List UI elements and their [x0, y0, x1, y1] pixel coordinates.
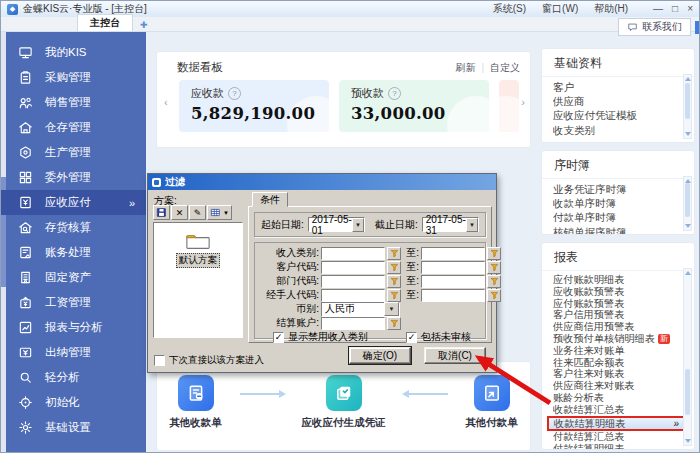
- carousel-next-icon[interactable]: ›: [521, 96, 525, 108]
- report-link[interactable]: 业务往来对账单: [553, 345, 678, 357]
- sidebar-item-gear[interactable]: 基础设置: [1, 415, 146, 440]
- save-scheme-button[interactable]: [153, 205, 170, 220]
- range-to-input[interactable]: [421, 275, 485, 288]
- lookup-button[interactable]: [387, 261, 401, 274]
- report-link[interactable]: 客户: [553, 80, 678, 94]
- contact-us-button[interactable]: 联系我们: [618, 18, 691, 36]
- include-unaudited-checkbox[interactable]: ✓包括未审核: [406, 330, 471, 344]
- flow-item-payment[interactable]: 其他付款单: [450, 375, 534, 430]
- lookup-button[interactable]: [487, 261, 501, 274]
- report-link[interactable]: 业务凭证序时簿: [553, 182, 678, 196]
- close-button[interactable]: ×: [687, 4, 693, 14]
- rename-scheme-button[interactable]: ✎: [189, 205, 206, 220]
- account-input[interactable]: [321, 317, 385, 330]
- refresh-button[interactable]: 刷新: [455, 61, 475, 75]
- report-link[interactable]: 供应商: [553, 94, 678, 108]
- range-from-input[interactable]: [321, 275, 385, 288]
- sidebar-item-ledger[interactable]: 账务处理: [1, 240, 146, 265]
- scroll-down-icon[interactable]: [685, 224, 691, 228]
- report-link[interactable]: 账龄分析表: [553, 392, 678, 404]
- tab-console[interactable]: 主控台: [77, 14, 133, 31]
- sidebar-item-stocksearch[interactable]: 存货核算: [1, 215, 146, 240]
- range-to-input[interactable]: [421, 289, 485, 302]
- scroll-up-icon[interactable]: [685, 271, 691, 275]
- sidebar-item-warehouse[interactable]: 仓存管理: [1, 115, 146, 140]
- sidebar-item-chart[interactable]: 报表与分析: [1, 315, 146, 340]
- maximize-button[interactable]: □: [672, 4, 678, 14]
- tab-condition[interactable]: 条件: [252, 192, 288, 207]
- delete-scheme-button[interactable]: ✕: [171, 205, 188, 220]
- scroll-down-icon[interactable]: [685, 132, 691, 136]
- sidebar-item-monitor[interactable]: 我的KIS: [1, 40, 146, 65]
- start-date-select[interactable]: 2017-05-01▼: [308, 217, 365, 232]
- range-to-input[interactable]: [421, 247, 485, 260]
- scroll-thumb[interactable]: [685, 369, 690, 415]
- scheme-item-default[interactable]: 默认方案: [163, 230, 233, 268]
- lookup-button[interactable]: [487, 289, 501, 302]
- report-link[interactable]: 收款结算汇总表: [553, 404, 678, 416]
- report-link[interactable]: 预收预付单核销明细表新: [553, 333, 678, 345]
- report-link[interactable]: 付款结算汇总表: [553, 431, 678, 443]
- scheme-list[interactable]: 默认方案: [153, 222, 243, 338]
- sidebar-item-invoice[interactable]: 应收应付»: [1, 190, 146, 215]
- scheme-view-button[interactable]: ▼: [207, 205, 232, 220]
- dialog-title-bar[interactable]: 过滤: [148, 174, 496, 190]
- flow-item-receipt[interactable]: 其他收款单: [154, 375, 238, 430]
- scroll-down-icon[interactable]: [685, 439, 691, 443]
- lookup-button[interactable]: [387, 289, 401, 302]
- menu-window[interactable]: 窗口(W): [542, 2, 578, 16]
- report-link[interactable]: 付款结算明细表: [553, 443, 678, 450]
- lookup-button[interactable]: [487, 275, 501, 288]
- range-from-input[interactable]: [321, 247, 385, 260]
- lookup-button[interactable]: [487, 247, 501, 260]
- report-link[interactable]: 供应商往来对账表: [553, 380, 678, 392]
- sidebar-item-salary[interactable]: 工资管理: [1, 290, 146, 315]
- sidebar-item-grid[interactable]: 委外管理: [1, 165, 146, 190]
- scroll-thumb[interactable]: [685, 83, 690, 119]
- report-link[interactable]: 收款结算明细表»: [547, 416, 686, 432]
- scrollbar[interactable]: [683, 74, 692, 139]
- report-link[interactable]: 收支类别: [553, 123, 678, 137]
- flow-item-voucher[interactable]: 应收应付生成凭证: [286, 375, 402, 430]
- side-widget-icon[interactable]: [695, 21, 699, 34]
- menu-help[interactable]: 帮助(H): [594, 2, 628, 16]
- minimize-button[interactable]: —: [653, 4, 663, 14]
- metric-card-blue[interactable]: 应收款?5,829,190.00: [179, 80, 329, 132]
- scrollbar[interactable]: [683, 176, 692, 231]
- end-date-select[interactable]: 2017-05-31▼: [422, 217, 479, 232]
- report-link[interactable]: 应收账款预警表: [553, 286, 678, 298]
- report-link[interactable]: 收款单序时簿: [553, 196, 678, 210]
- report-link[interactable]: 应收应付凭证模板: [553, 108, 678, 122]
- cancel-button[interactable]: 取消(C): [424, 347, 486, 364]
- scroll-up-icon[interactable]: [685, 77, 691, 81]
- range-to-input[interactable]: [421, 261, 485, 274]
- report-link[interactable]: 应付账款明细表: [553, 274, 678, 286]
- menu-system[interactable]: 系统(S): [493, 2, 526, 16]
- lookup-button[interactable]: [387, 317, 401, 330]
- sidebar-item-magnifier[interactable]: 轻分析: [1, 365, 146, 390]
- report-link[interactable]: 供应商信用预警表: [553, 321, 678, 333]
- report-link[interactable]: 客户信用预警表: [553, 309, 678, 321]
- add-tab-icon[interactable]: ✚: [140, 20, 148, 30]
- sidebar-item-gearhex[interactable]: 生产管理: [1, 140, 146, 165]
- lookup-button[interactable]: [387, 247, 401, 260]
- sidebar-item-clipboard[interactable]: 采购管理: [1, 65, 146, 90]
- ok-button[interactable]: 确定(O): [349, 347, 411, 364]
- range-from-input[interactable]: [321, 289, 385, 302]
- customize-button[interactable]: 自定义: [490, 61, 520, 75]
- scroll-thumb[interactable]: [685, 183, 690, 217]
- metric-card-green[interactable]: 预收款?33,000.00: [339, 80, 489, 132]
- sidebar-item-people[interactable]: 销售管理: [1, 90, 146, 115]
- range-from-input[interactable]: [321, 261, 385, 274]
- sidebar-item-target[interactable]: 初始化: [1, 390, 146, 415]
- lookup-button[interactable]: [387, 275, 401, 288]
- enter-with-scheme-checkbox[interactable]: 下次直接以该方案进入: [154, 354, 264, 367]
- report-link[interactable]: 核销单据序时簿: [553, 225, 678, 235]
- show-disabled-categories-checkbox[interactable]: ✓显示禁用收入类别: [273, 330, 368, 344]
- report-link[interactable]: 客户往来对账表: [553, 368, 678, 380]
- metric-card-red[interactable]: [499, 80, 519, 132]
- sidebar-item-building[interactable]: 固定资产: [1, 265, 146, 290]
- currency-select[interactable]: 人民币▼: [321, 302, 400, 317]
- scrollbar[interactable]: [683, 268, 692, 446]
- sidebar-item-cashier[interactable]: 出纳管理: [1, 340, 146, 365]
